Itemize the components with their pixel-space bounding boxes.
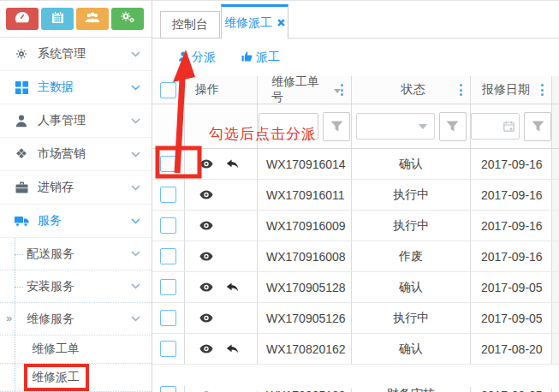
filter-button[interactable] xyxy=(524,112,551,141)
table-row: WX170916009 执行中 2017-09-16 xyxy=(152,211,559,241)
sidebar-item-label: 维修服务 xyxy=(27,312,74,327)
sidebar-item-label: 安装服务 xyxy=(27,279,74,294)
filter-button[interactable] xyxy=(323,112,350,141)
tab-label: 控制台 xyxy=(172,17,208,33)
filter-date-cell xyxy=(471,104,552,148)
row-checkbox[interactable] xyxy=(160,310,176,326)
close-icon[interactable] xyxy=(277,19,285,27)
column-menu-icon[interactable] xyxy=(460,84,462,96)
row-checkbox[interactable] xyxy=(160,217,176,234)
table-row: WX170916014 确认 2017-09-16 xyxy=(152,149,559,180)
sidebar-item-inventory[interactable]: 进销存 xyxy=(0,171,152,205)
sidebar-item-repair-dispatch[interactable]: 维修派工 xyxy=(0,364,152,392)
grid-header-row: 操作 维修工单号 状态 报修日期 xyxy=(152,76,559,104)
calendar-button[interactable] xyxy=(41,8,74,30)
date-filter-input[interactable] xyxy=(471,113,520,140)
report-date: 2017-09-05 xyxy=(481,389,543,392)
header-order-no[interactable]: 维修工单号 xyxy=(258,76,352,104)
row-checkbox[interactable] xyxy=(160,248,176,264)
select-all-checkbox[interactable] xyxy=(160,82,176,98)
sidebar-item-system-mgmt[interactable]: 系统管理 xyxy=(0,38,152,71)
grid-icon xyxy=(13,81,30,94)
sidebar-item-repair-workorder[interactable]: 维修工单 xyxy=(0,336,152,364)
table-row: WX170916011 执行中 2017-09-16 xyxy=(152,180,559,211)
assign-label: 分派 xyxy=(192,50,216,65)
order-no-filter-input[interactable] xyxy=(259,113,318,140)
sidebar-item-hr-mgmt[interactable]: 人事管理 xyxy=(0,104,152,138)
order-no: WX170905126 xyxy=(266,312,346,325)
sidebar-item-service[interactable]: 服务 xyxy=(0,205,152,238)
chevron-down-icon xyxy=(131,151,140,157)
sidebar-item-repair-service[interactable]: » 维修服务 xyxy=(0,303,152,336)
caret-down-icon xyxy=(419,124,427,129)
report-date: 2017-09-05 xyxy=(481,281,543,294)
row-checkbox[interactable] xyxy=(160,187,176,203)
filter-order-no-cell xyxy=(258,104,352,148)
grid-toolbar: 分派 派工 xyxy=(152,39,559,76)
status-filter-dropdown[interactable] xyxy=(356,113,435,140)
report-date: 2017-09-16 xyxy=(481,157,543,171)
settings-button[interactable] xyxy=(111,8,144,30)
column-menu-icon[interactable] xyxy=(341,84,343,96)
assign-button[interactable]: 分派 xyxy=(178,50,216,65)
row-checkbox[interactable] xyxy=(160,156,176,172)
assign-user-icon xyxy=(178,50,188,64)
scrollbar-gutter xyxy=(552,104,559,148)
tab-repair-dispatch[interactable]: 维修派工 xyxy=(221,4,288,39)
sidebar-item-marketing[interactable]: ❖ 市场营销 xyxy=(0,138,152,171)
view-icon[interactable] xyxy=(199,252,213,261)
undo-icon[interactable] xyxy=(226,159,239,169)
dashboard-button[interactable] xyxy=(6,8,39,30)
sidebar-item-delivery-service[interactable]: 配送服务 xyxy=(0,238,152,270)
order-no: WX170905128 xyxy=(266,281,346,294)
sidebar-item-label: 配送服务 xyxy=(27,246,74,262)
order-no: WX170820162 xyxy=(266,342,346,356)
row-checkbox[interactable] xyxy=(160,386,176,392)
view-icon[interactable] xyxy=(199,221,213,230)
row-checkbox[interactable] xyxy=(160,279,176,295)
sidebar-item-label: 维修工单 xyxy=(32,342,80,357)
report-date: 2017-09-16 xyxy=(481,219,543,233)
view-icon[interactable] xyxy=(199,282,213,292)
undo-icon[interactable] xyxy=(226,344,239,354)
sort-desc-icon xyxy=(334,89,341,93)
column-menu-icon[interactable] xyxy=(541,84,544,96)
undo-icon[interactable] xyxy=(226,282,239,293)
view-icon[interactable] xyxy=(199,313,213,323)
status: 执行中 xyxy=(393,187,429,203)
status: 执行中 xyxy=(393,218,429,234)
report-date: 2017-08-20 xyxy=(481,342,543,356)
users-button[interactable] xyxy=(76,8,109,30)
status: 财务审核 xyxy=(387,387,435,392)
sidebar-item-install-service[interactable]: 安装服务 xyxy=(0,270,152,303)
truck-icon xyxy=(13,216,30,227)
dispatch-label: 派工 xyxy=(256,50,280,65)
gears-icon xyxy=(121,11,135,27)
table-row: WX170916008 作废 2017-09-16 xyxy=(152,241,559,272)
calendar-icon xyxy=(503,121,514,132)
sidebar-item-master-data[interactable]: 主数据 xyxy=(0,71,152,104)
status: 确认 xyxy=(399,157,423,172)
quick-launch-bar xyxy=(0,1,152,38)
chevron-down-icon xyxy=(131,85,140,91)
view-icon[interactable] xyxy=(199,344,213,353)
filter-button[interactable] xyxy=(439,112,467,141)
sidebar-item-label: 人事管理 xyxy=(38,113,86,128)
thumbs-up-icon xyxy=(241,50,253,64)
chevron-down-icon xyxy=(131,118,140,124)
report-date: 2017-09-05 xyxy=(481,312,543,325)
header-report-date[interactable]: 报修日期 xyxy=(471,76,552,104)
chevron-down-icon xyxy=(131,283,140,289)
row-checkbox[interactable] xyxy=(160,341,176,357)
chevron-down-icon xyxy=(131,251,140,257)
tab-console[interactable]: 控制台 xyxy=(160,11,220,39)
view-icon[interactable] xyxy=(199,190,213,199)
person-icon xyxy=(13,115,30,128)
sidebar-item-label: 市场营销 xyxy=(38,146,86,162)
sidebar-item-label: 主数据 xyxy=(38,80,74,95)
dispatch-button[interactable]: 派工 xyxy=(241,50,280,65)
main-panel: 控制台 维修派工 分派 派工 xyxy=(152,1,559,392)
header-status[interactable]: 状态 xyxy=(352,76,471,104)
view-icon[interactable] xyxy=(199,159,213,169)
data-grid: 操作 维修工单号 状态 报修日期 xyxy=(152,76,559,392)
